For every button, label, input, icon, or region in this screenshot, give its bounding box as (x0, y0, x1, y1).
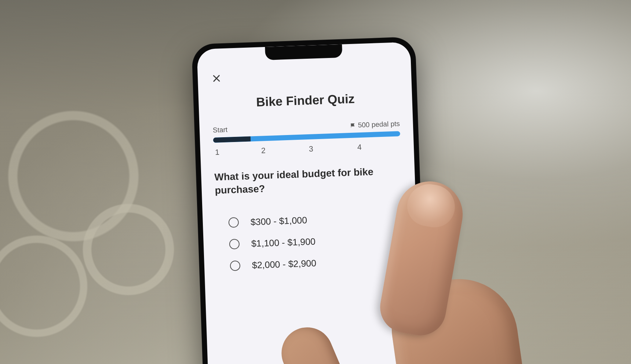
progress-section: Start 500 pedal pts 1 2 3 4 (213, 120, 401, 157)
radio-icon (228, 217, 239, 228)
quiz-question: What is your ideal budget for bike purch… (214, 164, 402, 197)
page-title: Bike Finder Quiz (212, 90, 399, 111)
quiz-options: $300 - $1,000 $1,100 - $1,900 $2,000 - $… (216, 211, 405, 272)
progress-fill (213, 136, 251, 143)
step-1: 1 (214, 146, 258, 157)
option-label: $2,000 - $2,900 (252, 258, 316, 270)
option-3[interactable]: $2,000 - $2,900 (230, 255, 405, 272)
option-label: $1,100 - $1,900 (251, 236, 316, 249)
option-2[interactable]: $1,100 - $1,900 (229, 233, 404, 250)
option-label: $300 - $1,000 (250, 215, 307, 227)
option-1[interactable]: $300 - $1,000 (228, 211, 403, 228)
step-2: 2 (258, 145, 304, 155)
progress-start-label: Start (213, 126, 228, 134)
progress-reward-label: 500 pedal pts (358, 120, 400, 129)
step-4: 4 (351, 141, 400, 152)
radio-icon (229, 239, 240, 250)
phone-notch (265, 44, 342, 60)
app-content: Bike Finder Quiz Start 500 pedal pts (197, 42, 418, 283)
close-icon (212, 73, 222, 83)
close-button[interactable] (208, 70, 224, 86)
progress-reward: 500 pedal pts (350, 120, 400, 130)
phone-screen: Bike Finder Quiz Start 500 pedal pts (197, 42, 423, 364)
step-3: 3 (304, 143, 352, 154)
radio-icon (230, 261, 241, 271)
phone-device: Bike Finder Quiz Start 500 pedal pts (192, 37, 428, 364)
flag-icon (350, 122, 356, 128)
progress-steps: 1 2 3 4 (214, 141, 401, 157)
